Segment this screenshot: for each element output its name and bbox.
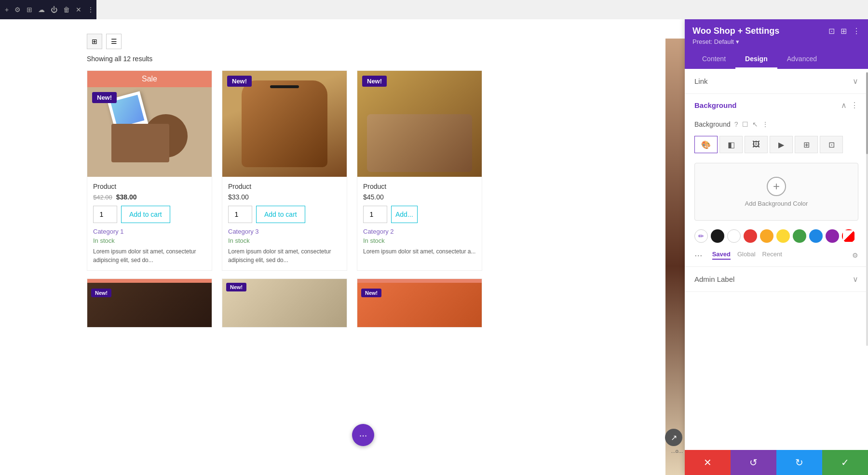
bg-type-slideshow[interactable]: ⊡ bbox=[820, 136, 843, 153]
price-old-1: $42.00 bbox=[93, 194, 112, 201]
panel-header-icons: ⊡ ⊞ ⋮ bbox=[828, 26, 860, 36]
bottom-toolbar: ✕ ↺ ↻ ✓ bbox=[685, 450, 868, 475]
confirm-button[interactable]: ✓ bbox=[822, 450, 868, 475]
more-icon[interactable]: ⋮ bbox=[87, 6, 94, 13]
add-to-cart-button-1[interactable]: Add to cart bbox=[121, 206, 170, 223]
add-to-cart-row-3: Add... bbox=[363, 206, 476, 223]
bg-collapse-icon[interactable]: ∧ bbox=[841, 101, 847, 110]
product-info-3: Product $45.00 Add... Category 2 In stoc… bbox=[357, 177, 482, 262]
undo-button[interactable]: ↺ bbox=[731, 450, 776, 475]
more-swatches-icon[interactable]: ··· bbox=[694, 250, 703, 261]
bg-type-pattern[interactable]: ⊞ bbox=[795, 136, 818, 153]
bg-type-color[interactable]: 🎨 bbox=[694, 136, 718, 153]
cancel-button[interactable]: ✕ bbox=[685, 450, 731, 475]
right-partial-bg bbox=[665, 39, 685, 475]
redo-button[interactable]: ↻ bbox=[776, 450, 822, 475]
swatch-amber[interactable] bbox=[760, 229, 773, 243]
swatch-yellow[interactable] bbox=[776, 229, 790, 243]
bg-options-icon[interactable]: ⋮ bbox=[762, 120, 769, 128]
arrow-icon: ↗ bbox=[671, 433, 677, 442]
link-section-title: Link bbox=[694, 77, 708, 85]
panel-body: Link ∨ Background ∧ ⋮ Background ? ☐ ↖ ⋮ bbox=[685, 69, 868, 475]
add-color-label: Add Background Color bbox=[745, 200, 808, 207]
product-price-2: $33.00 bbox=[228, 193, 341, 201]
bottom-new-badge-2: New! bbox=[226, 283, 246, 291]
product-info-2: Product $33.00 Add to cart Category 3 In… bbox=[222, 177, 347, 270]
panel-header: Woo Shop + Settings ⊡ ⊞ ⋮ Preset: Defaul… bbox=[685, 19, 868, 69]
floating-more-icon: ··· bbox=[359, 430, 367, 441]
swatch-blue[interactable] bbox=[809, 229, 823, 243]
swatch-purple[interactable] bbox=[826, 229, 839, 243]
gear-icon[interactable]: ⚙ bbox=[14, 6, 21, 13]
corner-arrow-button[interactable]: ↗ bbox=[665, 429, 682, 446]
floating-menu-button[interactable]: ··· bbox=[352, 424, 374, 446]
quantity-input-3[interactable] bbox=[363, 206, 387, 223]
focus-icon[interactable]: ⊡ bbox=[828, 26, 835, 36]
tab-advanced[interactable]: Advanced bbox=[777, 50, 827, 69]
cloud-icon[interactable]: ☁ bbox=[38, 6, 45, 13]
panel-preset[interactable]: Preset: Default ▾ bbox=[692, 38, 860, 45]
bg-more-icon[interactable]: ⋮ bbox=[851, 101, 858, 110]
add-to-cart-button-2[interactable]: Add to cart bbox=[256, 206, 305, 223]
top-toolbar: + ⚙ ⊞ ☁ ⏻ 🗑 ✕ ⋮ bbox=[0, 0, 96, 19]
bg-device-icon[interactable]: ☐ bbox=[742, 120, 748, 128]
settings-panel: Woo Shop + Settings ⊡ ⊞ ⋮ Preset: Defaul… bbox=[685, 19, 868, 475]
tab-recent[interactable]: Recent bbox=[762, 251, 782, 260]
bg-header-controls: ∧ ⋮ bbox=[841, 101, 858, 110]
bottom-sale-badge bbox=[87, 279, 212, 283]
admin-label-header[interactable]: Admin Label ∨ bbox=[685, 267, 868, 292]
color-swatches: ✏ bbox=[685, 224, 868, 248]
link-section-header[interactable]: Link ∨ bbox=[685, 69, 868, 94]
bg-help-icon[interactable]: ? bbox=[734, 120, 738, 128]
swatch-black[interactable] bbox=[711, 229, 724, 243]
add-icon[interactable]: + bbox=[5, 6, 9, 13]
tab-design[interactable]: Design bbox=[735, 50, 777, 69]
add-color-button[interactable]: + bbox=[767, 177, 786, 196]
product-card-1: Sale New! Product $42.00 bbox=[87, 70, 212, 271]
close-icon[interactable]: ✕ bbox=[76, 6, 81, 13]
category-link-2[interactable]: Category 3 bbox=[228, 228, 341, 235]
background-type-row: 🎨 ◧ 🖼 ▶ ⊞ ⊡ bbox=[685, 132, 868, 159]
product-desc-1: Lorem ipsum dolor sit amet, consectetur … bbox=[93, 247, 206, 264]
bottom-card-3: New! bbox=[357, 278, 482, 328]
panel-scrollbar[interactable] bbox=[866, 72, 868, 346]
panel-more-icon[interactable]: ⋮ bbox=[853, 26, 860, 36]
add-to-cart-button-3[interactable]: Add... bbox=[391, 206, 418, 223]
background-label-row: Background ? ☐ ↖ ⋮ bbox=[685, 117, 868, 132]
grid-view-button[interactable]: ⊞ bbox=[87, 34, 102, 49]
product-name-1: Product bbox=[93, 183, 206, 190]
cancel-icon: ✕ bbox=[704, 457, 712, 468]
stock-status-1: In stock bbox=[93, 237, 206, 244]
swatch-red[interactable] bbox=[744, 229, 757, 243]
category-link-3[interactable]: Category 2 bbox=[363, 228, 476, 235]
swatch-white[interactable] bbox=[727, 229, 741, 243]
product-card-3: New! Product $45.00 Add... Category 2 In… bbox=[357, 70, 482, 271]
swatch-green[interactable] bbox=[793, 229, 806, 243]
category-link-1[interactable]: Category 1 bbox=[93, 228, 206, 235]
quantity-input-2[interactable] bbox=[228, 206, 252, 223]
layout-icon[interactable]: ⊞ bbox=[841, 26, 847, 36]
product-info-1: Product $42.00 $38.00 Add to cart Catego… bbox=[87, 177, 212, 270]
quantity-input-1[interactable] bbox=[93, 206, 117, 223]
sale-badge-1: Sale bbox=[87, 71, 212, 87]
stock-status-3: In stock bbox=[363, 237, 476, 244]
tab-global[interactable]: Global bbox=[737, 251, 756, 260]
bg-cursor-icon[interactable]: ↖ bbox=[752, 120, 758, 128]
add-to-cart-row-2: Add to cart bbox=[228, 206, 341, 223]
product-image-3: New! bbox=[357, 71, 482, 177]
trash-icon[interactable]: 🗑 bbox=[63, 6, 70, 13]
grid-icon[interactable]: ⊞ bbox=[27, 6, 32, 13]
power-icon[interactable]: ⏻ bbox=[51, 6, 57, 13]
swatch-diagonal[interactable] bbox=[842, 229, 855, 243]
list-view-button[interactable]: ☰ bbox=[106, 34, 122, 49]
bg-type-image[interactable]: 🖼 bbox=[745, 136, 768, 153]
tab-content[interactable]: Content bbox=[692, 50, 735, 69]
pen-swatch[interactable]: ✏ bbox=[694, 229, 708, 243]
bg-type-gradient[interactable]: ◧ bbox=[719, 136, 743, 153]
tab-saved[interactable]: Saved bbox=[712, 251, 731, 260]
product-price-3: $45.00 bbox=[363, 193, 476, 201]
color-settings-icon[interactable]: ⚙ bbox=[852, 251, 858, 259]
bg-type-video[interactable]: ▶ bbox=[770, 136, 793, 153]
background-section-header: Background ∧ ⋮ bbox=[685, 94, 868, 117]
color-picker-area: + Add Background Color bbox=[694, 163, 858, 221]
